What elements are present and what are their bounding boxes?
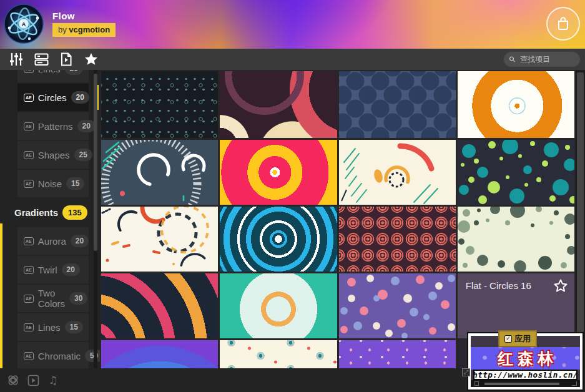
sidebar-item-lines-2[interactable]: AE Lines 15 [17, 313, 89, 341]
apply-button[interactable]: ✓ 应用 [498, 330, 537, 347]
sidebar-item-circles[interactable]: AE Circles 20 [17, 84, 89, 111]
grid-scrollbar-thumb[interactable] [577, 72, 584, 346]
watermark-brand-band: 红森林 [471, 347, 580, 370]
thumbnail-tile-cream-arcs[interactable] [339, 140, 456, 205]
search-input[interactable] [519, 54, 575, 64]
sidebar-item-two-colors[interactable]: AE Two Colors 30 [17, 285, 89, 312]
watermark-url-bar: http://www.hoslin.cn/ [473, 370, 578, 380]
thumbnail-tile-flower-dots[interactable] [220, 340, 337, 368]
count-badge: 25 [74, 149, 92, 161]
tile-art [458, 140, 574, 205]
thumbnail-tile-teal-lime-dots[interactable] [458, 140, 574, 205]
sidebar-item-label: Noise [38, 179, 62, 189]
watermark-url-text: http://www.hoslin.cn/ [473, 370, 578, 380]
filters-button[interactable] [8, 51, 24, 67]
ae-file-icon: AE [24, 122, 34, 130]
count-badge: 30 [69, 292, 87, 305]
thumbnail-tile-sketch-arcs[interactable] [101, 140, 218, 205]
sidebar-item-label: Two Colors [38, 288, 65, 309]
thumbnail-grid: Flat - Circles 16 [100, 70, 576, 368]
sidebar-item-lines[interactable]: AE Lines 20 [17, 70, 89, 82]
byline-brand: vcgmotion [69, 25, 110, 34]
checkbox-icon: ✓ [504, 335, 512, 343]
expand-icon: ⤢ [462, 368, 470, 376]
count-badge: 20 [65, 70, 83, 75]
count-badge: 20 [77, 120, 96, 132]
ae-file-icon: AE [24, 237, 34, 245]
small-square-icon [474, 381, 479, 386]
flow-app-window: A Flow by vcgmotion [0, 0, 585, 392]
thumbnail-tile-large-rings[interactable] [220, 71, 337, 138]
tile-art [339, 273, 456, 338]
sidebar-item-chromatic[interactable]: AE Chromatic 50 [17, 342, 89, 368]
byline-badge: by vcgmotion [52, 23, 116, 37]
svg-text:A: A [22, 21, 26, 27]
sidebar-item-twirl[interactable]: AE Twirl 20 [17, 256, 89, 283]
tile-art [101, 207, 218, 272]
sidebar-item-label: Shapes [38, 150, 70, 160]
search-box [504, 52, 580, 67]
ae-file-icon: AE [24, 151, 34, 159]
sidebar-scrollbar [94, 70, 97, 368]
sidebar-item-shapes[interactable]: AE Shapes 25 [17, 141, 89, 169]
thumbnail-tile-target-grid[interactable] [339, 207, 456, 272]
favorite-star-button[interactable] [553, 278, 568, 293]
grid-scrollbar [576, 70, 585, 368]
count-badge: 50 [85, 350, 100, 362]
sidebar-group-label: Gradients [14, 207, 58, 218]
watermark-footer-strip [471, 380, 580, 387]
sidebar-item-label: Chromatic [38, 351, 81, 361]
toolbar [0, 49, 585, 70]
app-title: Flow [52, 11, 75, 21]
count-badge: 15 [66, 177, 84, 190]
sidebar-item-noise[interactable]: AE Noise 15 [17, 170, 89, 197]
count-badge-yellow: 135 [62, 205, 87, 220]
thumbnail-tile-purple-polka[interactable] [339, 273, 456, 338]
sidebar-item-label: Twirl [38, 265, 57, 275]
thumbnail-tile-gradient-arcs[interactable] [101, 340, 218, 368]
thumbnail-tile-tiny-dots[interactable] [339, 340, 456, 368]
ae-file-icon: AE [24, 323, 34, 331]
watermark-brand-text: 红森林 [493, 348, 558, 369]
ae-file-icon: AE [24, 94, 34, 102]
list-view-button[interactable] [33, 51, 49, 67]
thumbnail-tile-red-yellow-target[interactable] [220, 140, 337, 205]
count-badge: 20 [62, 263, 80, 276]
project-file-button[interactable] [58, 51, 74, 67]
scrub-bar [484, 383, 559, 385]
thumbnail-tile-polka-grid[interactable] [339, 71, 456, 138]
ae-file-icon: AE [24, 180, 34, 188]
favorites-button[interactable] [83, 51, 99, 67]
header-gradient-banner: A Flow by vcgmotion [0, 0, 585, 49]
sidebar-item-label: Lines [38, 70, 61, 74]
ae-file-icon: AE [24, 295, 34, 303]
play-square-icon [27, 375, 39, 386]
apply-button-label: 应用 [514, 333, 531, 345]
count-badge: 20 [71, 91, 89, 104]
ae-file-icon: AE [24, 70, 34, 73]
byline-prefix: by [58, 25, 67, 34]
thumbnail-tile-mint-circles[interactable] [220, 273, 337, 338]
thumbnail-tile-cyan-rings[interactable] [220, 207, 337, 272]
store-bag-button[interactable] [546, 7, 580, 41]
sidebar-item-label: Patterns [38, 121, 73, 132]
audio-toggle-button[interactable]: ♫ [46, 373, 60, 387]
gradients-group-indicator [0, 223, 2, 368]
sliders-icon [9, 52, 24, 67]
thumbnail-tile-scattered-arcs[interactable] [101, 207, 218, 272]
sidebar-item-patterns[interactable]: AE Patterns 20 [17, 112, 89, 140]
sidebar-item-label: Lines [38, 322, 61, 333]
sidebar-scrollbar-thumb[interactable] [94, 74, 97, 251]
preview-play-button[interactable] [26, 373, 40, 387]
star-icon [83, 52, 99, 67]
thumbnail-tile-hover-card[interactable]: Flat - Circles 16 [458, 273, 574, 338]
thumbnail-tile-orange-target[interactable] [458, 71, 574, 138]
thumbnail-tile-sage-dots[interactable] [458, 207, 574, 272]
sidebar-group-gradients[interactable]: Gradients 135 [4, 198, 89, 226]
sidebar-item-aurora[interactable]: AE Aurora 20 [17, 227, 89, 255]
ae-file-icon: AE [24, 352, 34, 360]
render-orbit-button[interactable] [6, 373, 20, 387]
thumbnail-tile-dotted-columns[interactable] [101, 71, 218, 138]
tile-art [339, 140, 456, 205]
thumbnail-tile-corner-arcs[interactable] [101, 273, 218, 338]
